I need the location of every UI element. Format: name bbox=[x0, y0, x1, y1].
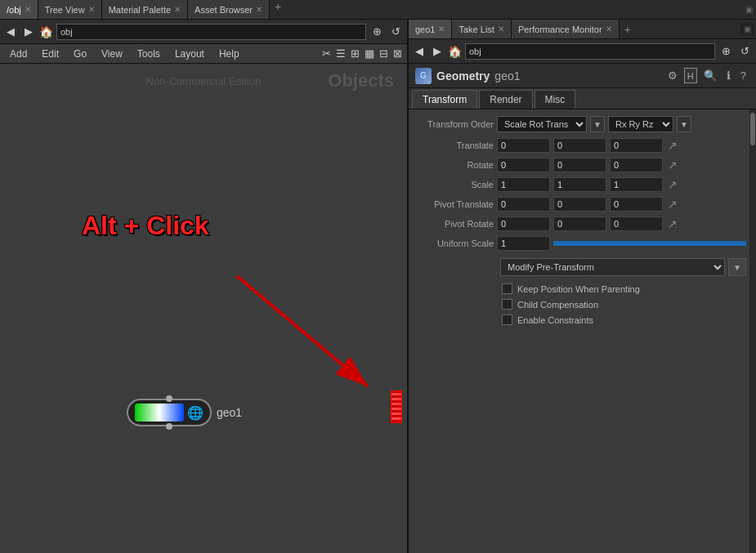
alt-click-text: Alt + Click bbox=[82, 211, 209, 241]
forward-button[interactable]: ▶ bbox=[21, 24, 36, 39]
home-icon-right: 🏠 bbox=[448, 45, 462, 58]
enable-constraints-label: Enable Constraints bbox=[517, 315, 593, 325]
tab-geo1-close[interactable]: ✕ bbox=[438, 25, 445, 33]
translate-icon-btn[interactable]: ↗ bbox=[666, 139, 679, 152]
back-button[interactable]: ◀ bbox=[3, 24, 18, 39]
pivot-translate-z[interactable] bbox=[610, 197, 663, 212]
tab-obj-close[interactable]: ✕ bbox=[25, 5, 31, 14]
rotate-x[interactable] bbox=[497, 158, 550, 172]
scale-x[interactable] bbox=[497, 177, 550, 192]
tab-take-list[interactable]: Take List ✕ bbox=[452, 20, 511, 38]
modify-dropdown[interactable]: Modify Pre-Transform bbox=[500, 258, 725, 276]
menu-go[interactable]: Go bbox=[67, 47, 93, 61]
canvas-area: Non-Commercial Edition Objects Alt + Cli… bbox=[0, 64, 407, 553]
uniform-scale-slider[interactable] bbox=[553, 241, 746, 246]
geo-tool-hide[interactable]: H bbox=[684, 68, 697, 83]
home-icon: 🏠 bbox=[39, 25, 53, 38]
transform-order-dropdown[interactable]: Scale Rot Trans bbox=[497, 116, 587, 132]
right-corner-icon: ▣ bbox=[740, 23, 754, 35]
props-scrollbar[interactable] bbox=[749, 109, 756, 553]
tab-material-palette[interactable]: Material Palette ✕ bbox=[102, 0, 188, 19]
tab-add-left[interactable]: + bbox=[270, 0, 286, 19]
modify-arrow[interactable]: ▼ bbox=[728, 258, 746, 276]
sub-tab-transform[interactable]: Transform bbox=[412, 90, 477, 109]
menu-help[interactable]: Help bbox=[212, 47, 246, 61]
translate-x[interactable] bbox=[497, 138, 550, 153]
pivot-rotate-x[interactable] bbox=[497, 216, 550, 231]
tab-asset-browser-label: Asset Browser bbox=[195, 5, 253, 15]
scale-y[interactable] bbox=[553, 177, 606, 192]
rotation-order-arrow[interactable]: ▼ bbox=[677, 116, 691, 132]
menu-icon-list[interactable]: ☰ bbox=[334, 46, 347, 61]
menu-icon-grid[interactable]: ⊞ bbox=[349, 46, 361, 61]
translate-z[interactable] bbox=[610, 138, 663, 153]
uniform-scale-label: Uniform Scale bbox=[412, 239, 494, 248]
jump-button-right[interactable]: ⊕ bbox=[718, 43, 734, 59]
red-port[interactable] bbox=[391, 390, 402, 423]
forward-button-right[interactable]: ▶ bbox=[430, 43, 445, 59]
node-body[interactable]: 🌐 bbox=[127, 399, 212, 426]
tab-performance-monitor[interactable]: Performance Monitor ✕ bbox=[512, 20, 620, 38]
sub-tab-render[interactable]: Render bbox=[479, 90, 532, 109]
scale-z[interactable] bbox=[610, 177, 663, 192]
back-button-right[interactable]: ◀ bbox=[412, 43, 427, 59]
menu-icon-settings[interactable]: ✂ bbox=[320, 46, 333, 61]
pivot-rotate-icon-btn[interactable]: ↗ bbox=[666, 217, 679, 230]
rotate-z[interactable] bbox=[610, 158, 663, 172]
tab-obj[interactable]: /obj ✕ bbox=[0, 0, 38, 19]
pivot-rotate-z[interactable] bbox=[610, 216, 663, 231]
geo-node-name: geo1 bbox=[494, 69, 520, 83]
refresh-button[interactable]: ↺ bbox=[388, 24, 404, 39]
tab-add-right[interactable]: + bbox=[620, 23, 636, 36]
path-input-left[interactable] bbox=[56, 24, 366, 40]
pivot-rotate-label: Pivot Rotate bbox=[412, 219, 494, 229]
node-geo-icon: 🌐 bbox=[187, 405, 204, 421]
path-input-right[interactable] bbox=[465, 43, 715, 60]
tab-obj-label: /obj bbox=[7, 5, 21, 15]
transform-order-arrow[interactable]: ▼ bbox=[590, 116, 605, 132]
tab-geo1-label: geo1 bbox=[415, 25, 435, 34]
keep-position-label: Keep Position When Parenting bbox=[517, 284, 640, 294]
translate-y[interactable] bbox=[553, 138, 606, 153]
menu-add[interactable]: Add bbox=[3, 47, 34, 61]
rotate-y[interactable] bbox=[553, 158, 606, 172]
tab-geo1[interactable]: geo1 ✕ bbox=[409, 20, 452, 38]
menu-icon-tree[interactable]: ⊟ bbox=[378, 46, 390, 61]
rotate-icon-btn[interactable]: ↗ bbox=[666, 158, 679, 172]
tab-take-list-label: Take List bbox=[459, 25, 494, 34]
geo-tool-info[interactable]: ℹ bbox=[723, 68, 734, 83]
pivot-translate-y[interactable] bbox=[553, 197, 606, 212]
child-compensation-checkbox[interactable] bbox=[502, 299, 512, 310]
tab-tree-view[interactable]: Tree View ✕ bbox=[38, 0, 102, 19]
tab-perf-close[interactable]: ✕ bbox=[606, 25, 612, 33]
pivot-rotate-y[interactable] bbox=[553, 216, 606, 231]
scale-icon-btn[interactable]: ↗ bbox=[666, 178, 679, 191]
tab-asset-browser-close[interactable]: ✕ bbox=[256, 5, 262, 14]
enable-constraints-checkbox[interactable] bbox=[502, 314, 512, 325]
child-compensation-label: Child Compensation bbox=[517, 300, 598, 310]
menu-edit[interactable]: Edit bbox=[35, 47, 65, 61]
geo-tool-settings[interactable]: ⚙ bbox=[664, 68, 681, 83]
geo-icon: G bbox=[415, 68, 432, 84]
jump-button[interactable]: ⊕ bbox=[369, 24, 385, 39]
tab-tree-view-close[interactable]: ✕ bbox=[88, 5, 95, 14]
menu-layout[interactable]: Layout bbox=[168, 47, 211, 61]
menu-icon-expand[interactable]: ⊠ bbox=[391, 46, 404, 61]
tab-material-palette-label: Material Palette bbox=[109, 5, 171, 15]
pivot-translate-icon-btn[interactable]: ↗ bbox=[666, 198, 679, 211]
sub-tab-misc[interactable]: Misc bbox=[535, 90, 576, 109]
tab-asset-browser[interactable]: Asset Browser ✕ bbox=[188, 0, 270, 19]
uniform-scale-input[interactable] bbox=[497, 236, 550, 251]
tab-material-palette-close[interactable]: ✕ bbox=[174, 5, 181, 14]
menu-tools[interactable]: Tools bbox=[131, 47, 167, 61]
pivot-translate-x[interactable] bbox=[497, 197, 550, 212]
rotation-order-dropdown[interactable]: Rx Ry Rz bbox=[608, 116, 673, 132]
refresh-button-right[interactable]: ↺ bbox=[737, 43, 753, 59]
props-panel: Transform Order Scale Rot Trans ▼ Rx Ry … bbox=[409, 109, 749, 553]
geo-tool-help[interactable]: ? bbox=[737, 68, 749, 83]
geo-tool-search[interactable]: 🔍 bbox=[700, 68, 720, 83]
menu-view[interactable]: View bbox=[95, 47, 129, 61]
tab-take-list-close[interactable]: ✕ bbox=[498, 25, 504, 33]
menu-icon-table[interactable]: ▦ bbox=[363, 46, 376, 61]
keep-position-checkbox[interactable] bbox=[502, 283, 512, 294]
